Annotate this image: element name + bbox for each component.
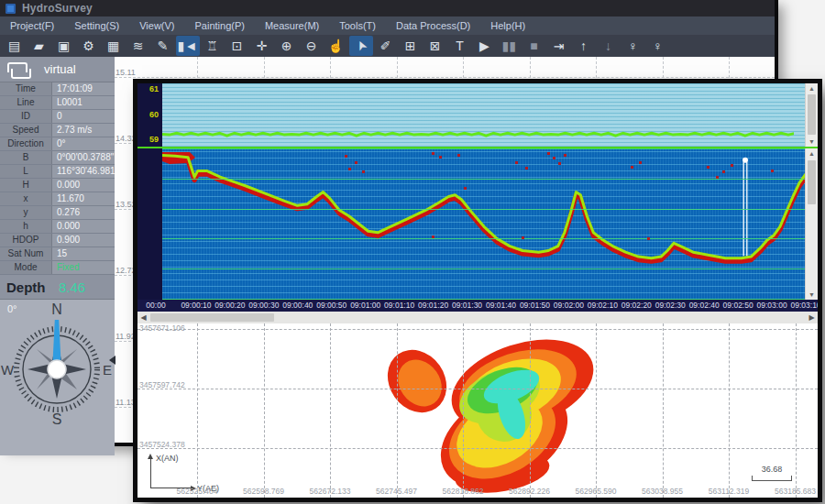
scroll-down-icon[interactable]: ▼ <box>806 137 818 147</box>
play-icon[interactable]: ▶ <box>473 36 497 56</box>
zoom-out-icon[interactable]: ⊖ <box>300 36 324 56</box>
menu-measure-m-[interactable]: Measure(M) <box>255 16 329 35</box>
scroll-up-icon[interactable]: ▲ <box>806 148 818 159</box>
echo-noise-speck <box>722 170 725 173</box>
menu-tools-t-[interactable]: Tools(T) <box>329 16 386 35</box>
settings-gear-icon[interactable]: ⚙ <box>77 36 101 56</box>
measure-ruler-icon[interactable]: ✐ <box>374 36 398 56</box>
scroll-thumb[interactable] <box>808 94 816 135</box>
telemetry-row-l: L116°30'46.9814 <box>0 165 115 179</box>
echo-noise-speck <box>432 236 434 238</box>
compass-n: N <box>51 301 62 317</box>
edit-chart-icon[interactable]: ⊞ <box>399 36 423 56</box>
echogram-scrollbar[interactable]: ▲ ▼ <box>805 148 818 300</box>
compass-panel: 0° N E S W <box>0 300 115 455</box>
depth-grid-line <box>162 179 806 180</box>
zoom-in-icon[interactable]: ⊕ <box>275 36 299 56</box>
scroll-down-icon[interactable]: ▼ <box>806 290 818 300</box>
menu-project-f-[interactable]: Project(F) <box>0 16 64 35</box>
move-up-icon[interactable]: ↑ <box>572 36 596 56</box>
fullscreen-icon[interactable]: ✛ <box>250 36 274 56</box>
field-label: Time <box>0 82 52 95</box>
pause-icon[interactable]: ▮▮ <box>498 36 522 56</box>
waves-icon[interactable]: ≋ <box>126 36 150 56</box>
field-label: x <box>0 192 52 205</box>
edit-document-icon[interactable]: ✎ <box>151 36 175 56</box>
sidebar-collapse-arrow[interactable] <box>109 356 116 365</box>
field-value: Fixed <box>52 261 115 274</box>
field-label: Line <box>0 96 52 109</box>
telemetry-rows: Time17:01:09LineL0001ID0Speed2.73 m/sDir… <box>0 82 115 275</box>
telemetry-row-mode: ModeFixed <box>0 261 115 275</box>
field-value: 0° <box>52 137 115 150</box>
field-value: 0.000 <box>52 220 115 233</box>
telemetry-row-id: ID0 <box>0 110 115 124</box>
skip-end-icon[interactable]: ⇥ <box>547 36 571 56</box>
new-file-icon[interactable]: ▤ <box>3 36 27 56</box>
tide-plot[interactable] <box>162 83 806 147</box>
map-x-label: 562745.497 <box>365 487 429 496</box>
echo-noise-speck <box>348 168 351 170</box>
text-tool-icon[interactable]: T <box>448 36 472 56</box>
bathymetry-surface <box>376 328 614 498</box>
location-pin-2-icon[interactable]: ♀ <box>646 36 670 56</box>
field-label: Mode <box>0 261 52 274</box>
map-grid-vertical <box>197 323 198 498</box>
tide-axis-label: 61 <box>149 84 159 93</box>
edit-config-icon[interactable]: ⊠ <box>424 36 447 56</box>
alarm-beacon-icon[interactable]: ♖ <box>201 36 225 56</box>
edit-square-icon[interactable]: ⊡ <box>226 36 249 56</box>
menu-setting-s-[interactable]: Setting(S) <box>64 16 129 35</box>
scroll-left-icon[interactable]: ◀ <box>138 312 149 323</box>
select-cursor-icon[interactable]: ➤ <box>349 36 373 56</box>
pan-hand-icon[interactable]: ☝ <box>324 36 348 56</box>
field-value: 2.73 m/s <box>52 124 115 137</box>
echo-noise-speck <box>771 170 774 172</box>
scroll-thumb[interactable] <box>808 160 816 204</box>
map-grid-vertical <box>796 323 797 498</box>
echo-noise-speck <box>464 187 467 190</box>
map-x-label: 562892.226 <box>498 487 562 496</box>
scroll-right-icon[interactable]: ▶ <box>806 312 818 323</box>
scroll-thumb[interactable] <box>150 313 274 322</box>
menu-view-v-[interactable]: View(V) <box>129 16 184 35</box>
echo-noise-speck <box>515 161 518 164</box>
open-folder-icon[interactable]: ▰ <box>28 36 51 56</box>
map-x-label: 562818.862 <box>431 487 495 496</box>
depth-grid-line <box>162 148 806 149</box>
field-value: 0.276 <box>52 206 115 219</box>
echogram-plot[interactable] <box>162 148 806 300</box>
map-grid-vertical <box>330 323 331 498</box>
menu-help-h-[interactable]: Help(H) <box>480 16 535 35</box>
field-label: L <box>0 165 52 178</box>
video-camera-icon[interactable]: ▮◄ <box>176 36 200 56</box>
info-sidebar: virtual Time17:01:09LineL0001ID0Speed2.7… <box>0 57 115 443</box>
map-scale-bar: 36.68 <box>752 465 792 481</box>
move-down-icon[interactable]: ↓ <box>597 36 621 56</box>
app-icon <box>6 4 16 14</box>
field-value: 0.000 <box>52 179 115 192</box>
screen: HydroSurvey Project(F)Setting(S)View(V)P… <box>0 0 825 504</box>
telemetry-row-y: y0.276 <box>0 206 115 220</box>
telemetry-row-direction: Direction0° <box>0 137 115 151</box>
location-pin-1-icon[interactable]: ♀ <box>622 36 645 56</box>
title-bar: HydroSurvey <box>0 0 775 16</box>
menu-data-process-d-[interactable]: Data Process(D) <box>386 16 480 35</box>
time-axis-label: 00:00 <box>138 301 176 310</box>
map-grid-horizontal <box>138 448 818 449</box>
field-value: 17:01:09 <box>52 82 115 95</box>
scroll-up-icon[interactable]: ▲ <box>806 83 818 93</box>
horizontal-scrollbar[interactable]: ◀ ▶ <box>138 312 818 323</box>
tide-scrollbar[interactable]: ▲ ▼ <box>805 83 818 147</box>
compass-heading: 0° <box>7 303 17 314</box>
sounder-window: 616059 ▲ ▼ 0246810 <box>133 79 822 502</box>
survey-map-panel[interactable]: X(AN) Y(AE) 36.68 3457671.1063457597.742… <box>138 323 818 498</box>
stop-icon[interactable]: ■ <box>522 36 546 56</box>
telemetry-row-x: x11.670 <box>0 192 115 206</box>
save-icon[interactable]: ▣ <box>52 36 76 56</box>
image-icon[interactable]: ▦ <box>102 36 126 56</box>
loop-icon <box>7 62 31 77</box>
field-value: 15 <box>52 247 115 260</box>
echo-noise-speck <box>525 167 528 170</box>
menu-painting-p-[interactable]: Painting(P) <box>185 16 255 35</box>
